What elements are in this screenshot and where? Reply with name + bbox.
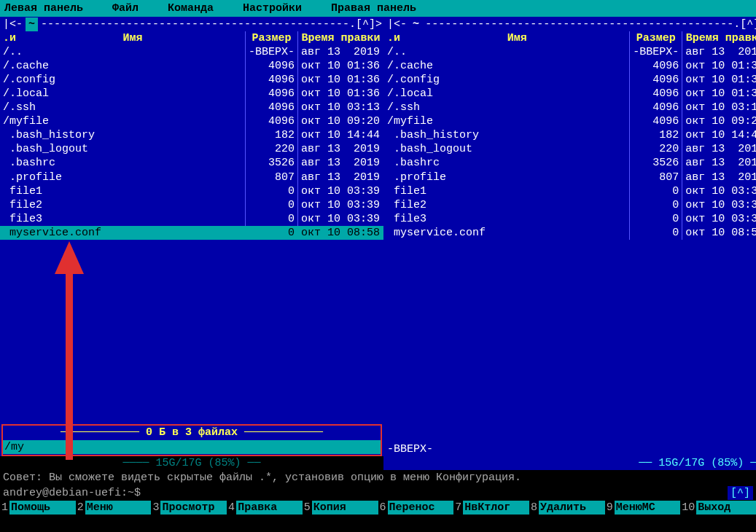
fkey-4[interactable]: 4Правка [227,501,303,515]
file-date: авг 13 2019 [297,45,383,59]
file-row[interactable]: file30окт 10 03:39 [0,212,383,226]
file-size: 3526 [629,156,682,170]
file-size: 0 [629,184,682,198]
file-row[interactable]: /myfile4096окт 10 09:20 [384,114,756,128]
file-size: 220 [629,142,682,156]
right-panel-header: |<- ~ ----------------------------------… [384,17,756,31]
file-date: окт 10 03:39 [682,198,756,212]
file-row[interactable]: /myfile4096окт 10 09:20 [0,114,383,128]
file-date: окт 10 03:39 [297,198,383,212]
file-size: 4096 [245,87,297,101]
panels-container: |<- ~ ----------------------------------… [0,17,756,470]
menu-settings[interactable]: Настройки [243,1,302,15]
file-name: file1 [0,184,245,198]
file-row[interactable]: myservice.conf0окт 10 08:58 [0,226,383,240]
file-size: 4096 [629,59,682,73]
right-panel-path[interactable]: ~ [410,17,422,31]
file-row[interactable]: file10окт 10 03:39 [0,184,383,198]
file-date: авг 13 2019 [297,156,383,170]
file-name: .bash_logout [0,142,245,156]
file-name: .bash_history [384,128,629,142]
menu-left-panel[interactable]: Левая панель [4,1,83,15]
file-row[interactable]: .profile807авг 13 2019 [0,171,383,184]
file-name: .bashrc [0,156,245,170]
menu-file[interactable]: Файл [112,1,139,15]
menu-command[interactable]: Команда [168,1,214,15]
file-row[interactable]: file20окт 10 03:39 [384,198,756,212]
left-file-list[interactable]: /..-ВВЕРХ-авг 13 2019/.cache4096окт 10 0… [0,45,383,424]
file-row[interactable]: file10окт 10 03:39 [384,184,756,198]
file-size: 0 [245,198,297,212]
file-size: 182 [245,128,297,142]
file-row[interactable]: .bashrc3526авг 13 2019 [384,156,756,170]
fkey-3[interactable]: 3Просмотр [151,501,227,515]
fkey-1[interactable]: 1Помощь [0,501,76,515]
left-panel-arrows[interactable]: .[^]> [349,17,383,31]
file-date: авг 13 2019 [682,142,756,156]
file-row[interactable]: file20окт 10 03:39 [0,198,383,212]
file-date: окт 10 14:44 [682,128,756,142]
left-header-row: .и Имя Размер Время правки [0,31,383,45]
file-row[interactable]: .bash_logout220авг 13 2019 [384,142,756,156]
right-panel-arrows[interactable]: .[^]> [733,17,756,31]
fkey-9[interactable]: 9МенюМС [605,501,681,515]
file-name: .profile [384,171,629,184]
file-row[interactable]: /..-ВВЕРХ-авг 13 2019 [0,45,383,59]
file-row[interactable]: file30окт 10 03:39 [384,212,756,226]
right-file-list[interactable]: /..-ВВЕРХ-авг 13 2019/.cache4096окт 10 0… [384,45,756,442]
left-disk-usage: ──── 15G/17G (85%) ── [0,456,383,470]
left-bottom-box: ──────────── 0 Б в 3 файлах ────────────… [1,424,382,456]
quick-search-input[interactable]: /my [3,440,381,454]
fkey-2[interactable]: 2Меню [76,501,152,515]
prompt-text: andrey@debian-uefi:~$ [3,486,141,500]
file-row[interactable]: /.config4096окт 10 01:36 [0,73,383,87]
file-row[interactable]: /.ssh4096окт 10 03:13 [384,101,756,114]
file-size: -ВВЕРХ- [245,45,297,59]
file-row[interactable]: /.ssh4096окт 10 03:13 [0,101,383,114]
file-size: 0 [245,226,297,240]
right-header-row: .и Имя Размер Время правки [384,31,756,45]
file-size: 0 [629,212,682,226]
file-row[interactable]: /.cache4096окт 10 01:36 [0,59,383,73]
file-row[interactable]: /.local4096окт 10 01:36 [0,87,383,101]
file-row[interactable]: /.config4096окт 10 01:36 [384,73,756,87]
file-row[interactable]: .bash_history182окт 10 14:44 [384,128,756,142]
file-size: 0 [245,212,297,226]
file-date: авг 13 2019 [297,171,383,184]
file-size: 3526 [245,156,297,170]
left-panel-path[interactable]: ~ [26,17,38,31]
prompt-line[interactable]: andrey@debian-uefi:~$ [^] [0,485,756,501]
menu-right-panel[interactable]: Правая панель [331,1,416,15]
file-row[interactable]: .bashrc3526авг 13 2019 [0,156,383,170]
fkey-10[interactable]: 10Выход [680,501,756,515]
fkey-number: 2 [76,501,85,515]
file-date: окт 10 03:13 [682,101,756,114]
file-row[interactable]: /..-ВВЕРХ-авг 13 2019 [384,45,756,59]
fkey-6[interactable]: 6Перенос [378,501,454,515]
file-size: 4096 [629,73,682,87]
fkey-5[interactable]: 5Копия [303,501,378,515]
fkey-8[interactable]: 8Удалить [529,501,605,515]
file-name: /.cache [384,59,629,73]
fkey-7[interactable]: 7НвКтлог [453,501,529,515]
file-date: окт 10 14:44 [297,128,383,142]
left-col-dot: .и [0,31,20,45]
file-name: /myfile [0,114,245,128]
file-name: file2 [0,198,245,212]
function-keys: 1Помощь2Меню3Просмотр4Правка5Копия6Перен… [0,501,756,515]
right-col-dot: .и [384,31,405,45]
file-row[interactable]: .profile807авг 13 2019 [384,171,756,184]
file-row[interactable]: /.cache4096окт 10 01:36 [384,59,756,73]
file-name: file3 [0,212,245,226]
file-row[interactable]: myservice.conf0окт 10 08:58 [384,226,756,240]
file-name: /.ssh [0,101,245,114]
left-col-name: Имя [20,31,245,45]
file-size: 4096 [245,101,297,114]
file-row[interactable]: .bash_logout220авг 13 2019 [0,142,383,156]
file-date: окт 10 09:20 [297,114,383,128]
file-row[interactable]: /.local4096окт 10 01:36 [384,87,756,101]
fkey-number: 6 [378,501,388,515]
file-row[interactable]: .bash_history182окт 10 14:44 [0,128,383,142]
file-name: /.ssh [384,101,629,114]
file-size: 0 [629,198,682,212]
